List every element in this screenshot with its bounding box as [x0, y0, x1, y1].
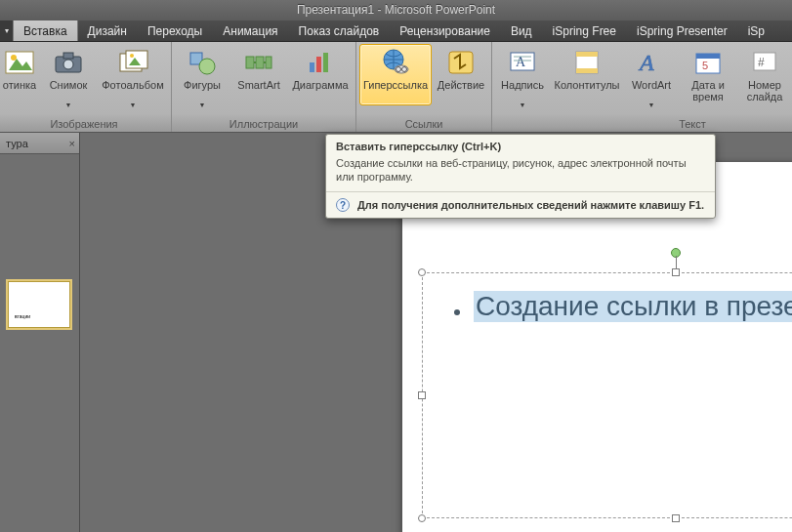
svg-text:5: 5	[702, 60, 708, 71]
slidenumber-icon: #	[749, 47, 780, 78]
panel-tab-outline[interactable]: тура	[6, 138, 28, 149]
action-button[interactable]: Действие	[434, 44, 488, 105]
content-placeholder[interactable]: Создание ссылки в презентации	[422, 272, 792, 518]
help-icon: ?	[336, 198, 350, 212]
window-title-bar: Презентация1 - Microsoft PowerPoint	[0, 0, 792, 20]
panel-close-icon[interactable]: ×	[69, 138, 75, 149]
tab-ispring-free[interactable]: iSpring Free	[543, 20, 627, 41]
file-menu-button[interactable]: ▾	[0, 20, 14, 41]
svg-point-9	[130, 54, 134, 58]
hyperlink-tooltip: Вставить гиперссылку (Ctrl+K) Создание с…	[325, 134, 716, 219]
svg-rect-28	[576, 52, 598, 57]
headerfooter-button[interactable]: Колонтитулы	[552, 44, 622, 105]
tab-ispring-cut[interactable]: iSp	[738, 20, 775, 41]
hyperlink-button[interactable]: Гиперссылка	[359, 44, 432, 105]
svg-rect-15	[310, 62, 314, 72]
shapes-label: Фигуры	[184, 79, 221, 102]
panel-tabbar: тура ×	[0, 133, 79, 154]
svg-rect-32	[696, 54, 720, 59]
chart-icon	[305, 47, 336, 78]
group-links: Гиперссылка Действие Ссылки	[356, 42, 492, 132]
svg-text:#: #	[758, 56, 765, 69]
chevron-down-icon: ▼	[65, 102, 72, 108]
photoalbum-button[interactable]: Фотоальбом ▼	[98, 44, 168, 111]
picture-button[interactable]: отинка	[0, 44, 39, 105]
headerfooter-icon	[571, 47, 603, 78]
bullet-icon	[454, 309, 460, 315]
group-text-label: Текст	[495, 116, 792, 132]
tab-design[interactable]: Дизайн	[78, 20, 138, 41]
slide-panel: тура × втации	[0, 133, 80, 532]
bullet-item: Создание ссылки в презентации	[454, 291, 792, 322]
picture-label: отинка	[3, 79, 36, 102]
resize-handle-tl[interactable]	[418, 268, 426, 276]
headerfooter-label: Колонтитулы	[555, 79, 620, 102]
tab-animations[interactable]: Анимация	[213, 20, 288, 41]
svg-rect-29	[576, 68, 598, 73]
window-title: Презентация1 - Microsoft PowerPoint	[297, 3, 495, 17]
action-label: Действие	[438, 79, 484, 102]
thumb-text: втации	[15, 313, 30, 319]
textbox-button[interactable]: A Надпись ▼	[495, 44, 550, 111]
svg-rect-7	[126, 51, 147, 68]
ribbon-tabs: ▾ Вставка Дизайн Переходы Анимация Показ…	[0, 20, 792, 42]
chart-button[interactable]: Диаграмма	[288, 44, 353, 105]
svg-point-5	[63, 60, 73, 69]
screenshot-label: Снимок	[50, 79, 88, 102]
tab-slideshow[interactable]: Показ слайдов	[289, 20, 391, 41]
datetime-button[interactable]: 5 Дата и время	[681, 44, 735, 105]
tab-review[interactable]: Рецензирование	[390, 20, 501, 41]
photoalbum-icon	[117, 47, 148, 78]
datetime-label: Дата и время	[691, 79, 725, 102]
picture-icon	[4, 47, 35, 78]
textbox-label: Надпись	[501, 79, 544, 102]
globe-link-icon	[380, 47, 411, 78]
tab-transitions[interactable]: Переходы	[138, 20, 213, 41]
photoalbum-label: Фотоальбом	[102, 79, 164, 102]
wordart-icon: A	[636, 47, 667, 78]
action-icon	[445, 47, 477, 78]
tab-view[interactable]: Вид	[501, 20, 543, 41]
shapes-button[interactable]: Фигуры ▼	[175, 44, 229, 111]
wordart-label: WordArt	[632, 79, 671, 102]
thumbnail-list: втации	[0, 271, 79, 338]
chevron-down-icon: ▼	[130, 102, 137, 108]
shapes-icon	[187, 47, 218, 78]
resize-handle-b[interactable]	[672, 514, 680, 522]
rotate-stem	[676, 256, 677, 269]
resize-handle-l[interactable]	[418, 391, 426, 399]
ribbon: отинка Снимок ▼ Фотоальбом ▼ Изображения	[0, 42, 792, 133]
slide-thumbnail-1[interactable]: втации	[8, 281, 70, 328]
textbox-icon: A	[507, 47, 538, 78]
content-text[interactable]: Создание ссылки в презентации	[474, 291, 792, 322]
screenshot-button[interactable]: Снимок ▼	[41, 44, 96, 111]
tooltip-body: Создание ссылки на веб-страницу, рисунок…	[326, 156, 715, 191]
svg-point-2	[11, 55, 17, 61]
chevron-down-icon: ▼	[648, 102, 655, 108]
slidenumber-label: Номер слайда	[747, 79, 783, 102]
smartart-label: SmartArt	[237, 79, 279, 102]
group-images-label: Изображения	[0, 116, 168, 132]
smartart-button[interactable]: SmartArt	[231, 44, 286, 105]
resize-handle-t[interactable]	[672, 268, 680, 276]
svg-rect-12	[246, 57, 254, 68]
svg-rect-17	[323, 53, 328, 72]
tab-ispring-presenter[interactable]: iSpring Presenter	[627, 20, 738, 41]
slidenumber-button[interactable]: # Номер слайда	[737, 44, 792, 105]
svg-rect-16	[316, 57, 321, 72]
group-illustrations: Фигуры ▼ SmartArt Диаграмма Иллюстрации	[172, 42, 356, 132]
chevron-down-icon: ▼	[199, 102, 206, 108]
tooltip-title: Вставить гиперссылку (Ctrl+K)	[326, 135, 715, 156]
group-links-label: Ссылки	[359, 116, 488, 132]
chevron-down-icon: ▼	[520, 102, 526, 108]
camera-icon	[53, 47, 84, 78]
svg-rect-14	[266, 57, 271, 68]
chart-label: Диаграмма	[292, 79, 348, 102]
wordart-button[interactable]: A WordArt ▼	[624, 44, 679, 111]
calendar-icon: 5	[692, 47, 724, 78]
svg-text:A: A	[638, 50, 654, 75]
tab-insert[interactable]: Вставка	[13, 20, 78, 41]
tooltip-help: ? Для получения дополнительных сведений …	[326, 191, 715, 218]
tooltip-help-text: Для получения дополнительных сведений на…	[357, 199, 704, 211]
resize-handle-bl[interactable]	[418, 514, 426, 522]
